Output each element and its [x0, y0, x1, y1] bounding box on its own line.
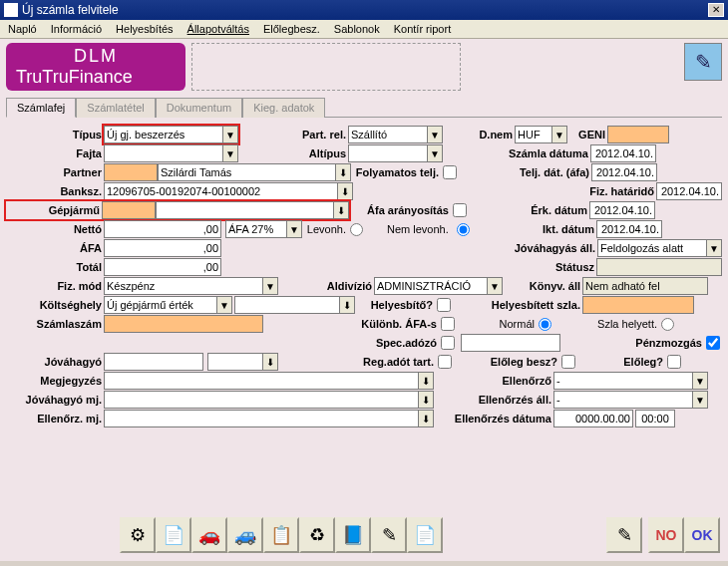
tab-kieg[interactable]: Kieg. adatok [242, 98, 325, 118]
geni-field[interactable] [607, 126, 669, 143]
normal-radio[interactable] [539, 318, 551, 331]
fizhatarid-field[interactable] [656, 182, 722, 200]
gepjarmu-code-field[interactable] [102, 201, 156, 219]
helyesbitettszla-field[interactable] [582, 296, 694, 314]
kulonbafas-checkbox[interactable] [441, 317, 455, 331]
tool-pencil-icon[interactable]: ✎ [371, 517, 407, 553]
szamlaszam-field[interactable] [104, 315, 263, 333]
tool-page-icon[interactable]: 📄 [407, 517, 443, 553]
tool-doc-icon[interactable]: 📄 [156, 517, 191, 553]
altipus-field[interactable] [348, 144, 428, 162]
koltseghely2-field[interactable] [234, 296, 340, 314]
afakulcs-field[interactable] [225, 220, 287, 238]
menu-helyesbites[interactable]: Helyesbítés [112, 22, 177, 36]
koltseghely2-dropdown-icon[interactable]: ⬇ [339, 296, 355, 314]
partner-dropdown-icon[interactable]: ⬇ [335, 163, 351, 181]
koltseghely-field[interactable] [104, 296, 217, 314]
jovahagyo-field[interactable] [104, 353, 203, 371]
tool-car2-icon[interactable]: 🚙 [227, 517, 263, 553]
jovahagyo-dropdown-icon[interactable]: ⬇ [262, 353, 278, 371]
tab-dokumentum[interactable]: Dokumentum [156, 98, 242, 118]
netto-field[interactable] [104, 220, 221, 238]
afa-field[interactable] [104, 239, 221, 257]
lbl-normal: Normál [457, 318, 537, 330]
close-button[interactable]: ✕ [708, 3, 724, 17]
menu-allapotvaltas[interactable]: Állapotváltás [183, 22, 253, 36]
tool-gears-icon[interactable]: ⚙ [120, 517, 156, 553]
szlahelyett-radio[interactable] [661, 318, 674, 331]
aldivizio-field[interactable] [374, 277, 488, 295]
jovahagyasall-field[interactable] [597, 239, 707, 257]
regadot-checkbox[interactable] [438, 355, 452, 369]
lbl-helyesbito: Helyesbítő? [355, 299, 435, 311]
koltseghely-dropdown-icon[interactable]: ▼ [216, 296, 232, 314]
tool-car-icon[interactable]: 🚗 [191, 517, 227, 553]
helyesbito-checkbox[interactable] [437, 298, 451, 312]
dnem-field[interactable] [515, 126, 552, 143]
tipus-dropdown-icon[interactable]: ▼ [222, 126, 238, 143]
gepjarmu-name-field[interactable] [156, 201, 334, 219]
menu-sablonok[interactable]: Sablonok [330, 22, 384, 36]
tool-book-icon[interactable]: 📘 [335, 517, 371, 553]
megjegyzes-field[interactable] [104, 372, 419, 390]
ellenorzo-dropdown-icon[interactable]: ▼ [692, 372, 708, 390]
tab-szamlafej[interactable]: Számlafej [6, 98, 76, 118]
menu-naplo[interactable]: Napló [4, 22, 41, 36]
partrel-field[interactable] [348, 126, 428, 143]
partner-code-field[interactable] [104, 163, 158, 181]
ellenorzo-field[interactable] [553, 372, 693, 390]
jovahagyomj-dropdown-icon[interactable]: ⬇ [418, 391, 434, 409]
specadozo-field[interactable] [461, 334, 560, 352]
ellenorzmj-dropdown-icon[interactable]: ⬇ [418, 410, 434, 427]
tool-recycle-icon[interactable]: ♻ [299, 517, 335, 553]
ellenorzesall-dropdown-icon[interactable]: ▼ [692, 391, 708, 409]
erkdatum-field[interactable] [589, 201, 655, 219]
specadozo-checkbox[interactable] [441, 336, 455, 350]
partrel-dropdown-icon[interactable]: ▼ [427, 126, 443, 143]
jovahagyasall-dropdown-icon[interactable]: ▼ [706, 239, 722, 257]
banksz-field[interactable] [104, 182, 338, 200]
lbl-afaaranyositas: Áfa arányosítás [349, 204, 451, 216]
partner-name-field[interactable] [158, 163, 336, 181]
menu-kontir[interactable]: Kontír riport [390, 22, 455, 36]
folyamatos-checkbox[interactable] [443, 165, 457, 179]
total-field[interactable] [104, 258, 221, 276]
ok-button[interactable]: OK [684, 517, 720, 553]
form: Típus ▼ Part. rel. ▼ D.nem ▼ GENI Fajta … [6, 124, 722, 430]
jovahagyo2-field[interactable] [207, 353, 263, 371]
eloleg-checkbox[interactable] [667, 355, 681, 369]
penzmozgas-checkbox[interactable] [706, 336, 720, 350]
tab-szamlatetel[interactable]: Számlatétel [76, 98, 155, 118]
tipus-field[interactable] [104, 126, 223, 143]
iktdatum-field[interactable] [596, 220, 662, 238]
note-area[interactable] [191, 43, 461, 91]
levonh-radio[interactable] [350, 223, 363, 236]
szamladatuma-field[interactable] [590, 144, 656, 162]
edit-icon[interactable]: ✎ [684, 43, 722, 81]
no-button[interactable]: NO [648, 517, 684, 553]
elolegbesz-checkbox[interactable] [561, 355, 575, 369]
afaaranyositas-checkbox[interactable] [453, 203, 467, 217]
fajta-field[interactable] [104, 144, 223, 162]
altipus-dropdown-icon[interactable]: ▼ [427, 144, 443, 162]
ellenorzesdat-field[interactable] [553, 410, 633, 427]
fajta-dropdown-icon[interactable]: ▼ [222, 144, 238, 162]
afakulcs-dropdown-icon[interactable]: ▼ [286, 220, 302, 238]
aldivizio-dropdown-icon[interactable]: ▼ [487, 277, 503, 295]
nemlevonh-radio[interactable] [457, 223, 470, 236]
ellenorzestime-field[interactable] [635, 410, 675, 427]
banksz-dropdown-icon[interactable]: ⬇ [337, 182, 353, 200]
ellenorzmj-field[interactable] [104, 410, 419, 427]
megjegyzes-dropdown-icon[interactable]: ⬇ [418, 372, 434, 390]
menu-informacio[interactable]: Információ [47, 22, 106, 36]
ellenorzesall-field[interactable] [553, 391, 693, 409]
tool-edit-icon[interactable]: ✎ [606, 517, 642, 553]
menu-elolegbesz[interactable]: Előlegbesz. [259, 22, 324, 36]
fizmod-field[interactable] [104, 277, 263, 295]
jovahagyomj-field[interactable] [104, 391, 419, 409]
teljdat-field[interactable] [591, 163, 657, 181]
dnem-dropdown-icon[interactable]: ▼ [551, 126, 567, 143]
tool-clipboard-icon[interactable]: 📋 [263, 517, 299, 553]
fizmod-dropdown-icon[interactable]: ▼ [262, 277, 278, 295]
gepjarmu-dropdown-icon[interactable]: ⬇ [333, 201, 349, 219]
